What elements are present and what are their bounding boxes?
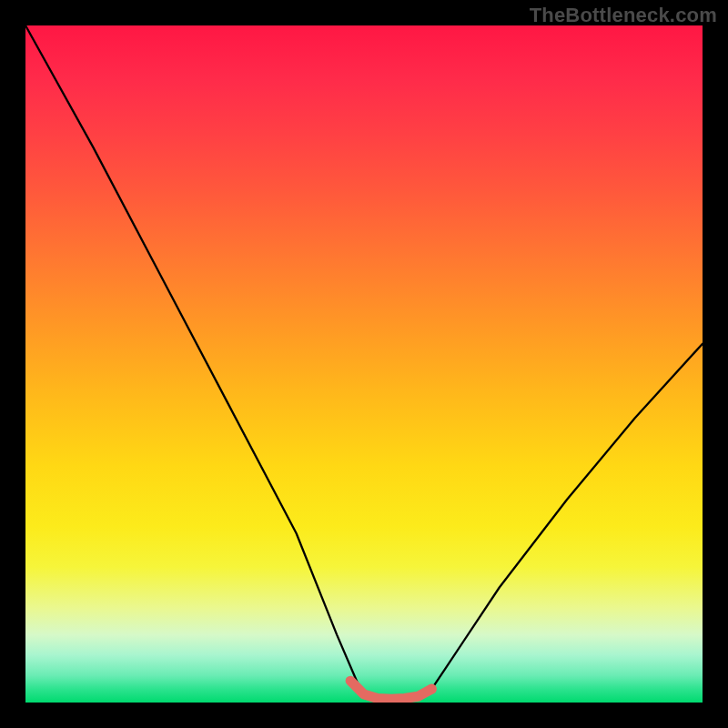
watermark-label: TheBottleneck.com: [530, 4, 717, 27]
bottleneck-curve-path: [25, 25, 703, 699]
chart-frame: TheBottleneck.com: [0, 0, 728, 728]
chart-svg: [25, 25, 703, 703]
optimal-range-highlight: [350, 681, 431, 699]
plot-area: [25, 25, 703, 703]
